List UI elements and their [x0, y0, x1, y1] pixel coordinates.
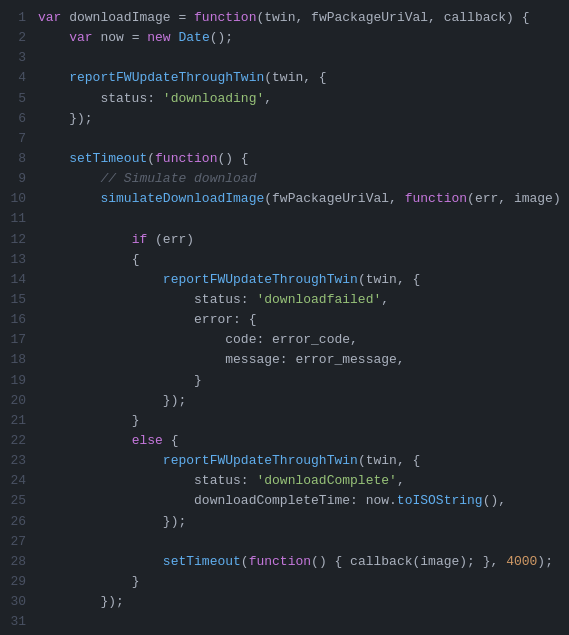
token-plain [38, 433, 132, 448]
line-number: 1 [10, 8, 26, 28]
code-line: }); [38, 592, 569, 612]
token-punct: (twin, { [358, 272, 420, 287]
token-plain [38, 574, 132, 589]
code-editor: 1234567891011121314151617181920212223242… [0, 0, 569, 635]
token-punct: (err) [155, 232, 194, 247]
token-plain [38, 70, 69, 85]
line-number: 15 [10, 290, 26, 310]
token-plain: status: [38, 473, 256, 488]
token-punct: () { [217, 151, 248, 166]
token-plain [38, 151, 69, 166]
token-fn: Date [178, 30, 209, 45]
token-punct: }); [163, 514, 186, 529]
line-number: 20 [10, 391, 26, 411]
token-plain: message: error_message, [38, 352, 405, 367]
token-punct: , [264, 91, 272, 106]
token-fn: reportFWUpdateThroughTwin [163, 453, 358, 468]
code-line: reportFWUpdateThroughTwin(twin, { [38, 451, 569, 471]
code-line: } [38, 572, 569, 592]
code-line [38, 209, 569, 229]
token-fn: setTimeout [69, 151, 147, 166]
token-punct: ); [537, 554, 553, 569]
line-number: 14 [10, 270, 26, 290]
token-plain: status: [38, 91, 163, 106]
token-kw: function [249, 554, 311, 569]
token-kw: function [155, 151, 217, 166]
token-punct: (err, image) { [467, 191, 569, 206]
code-line [38, 612, 569, 632]
token-str: 'downloadComplete' [256, 473, 396, 488]
line-number: 5 [10, 89, 26, 109]
token-punct: }); [100, 594, 123, 609]
token-punct: }); [163, 393, 186, 408]
token-plain [38, 393, 163, 408]
token-str: 'downloadfailed' [256, 292, 381, 307]
token-kw: function [194, 10, 256, 25]
token-num: 4000 [506, 554, 537, 569]
code-line: status: 'downloading', [38, 89, 569, 109]
code-line: code: error_code, [38, 330, 569, 350]
code-line: else { [38, 431, 569, 451]
token-punct: (); [210, 30, 233, 45]
token-punct: (twin, fwPackageUriVal, callback) { [256, 10, 529, 25]
line-number: 25 [10, 491, 26, 511]
line-number: 11 [10, 209, 26, 229]
token-plain [38, 171, 100, 186]
token-plain [38, 514, 163, 529]
line-number: 9 [10, 169, 26, 189]
token-fn: reportFWUpdateThroughTwin [69, 70, 264, 85]
code-line: error: { [38, 310, 569, 330]
code-line: // Simulate download [38, 169, 569, 189]
token-plain [38, 413, 132, 428]
line-number: 3 [10, 48, 26, 68]
token-punct: } [194, 373, 202, 388]
code-lines: var downloadImage = function(twin, fwPac… [38, 8, 569, 635]
token-punct: { [132, 252, 140, 267]
token-kw: var [69, 30, 100, 45]
line-number: 7 [10, 129, 26, 149]
token-punct: (fwPackageUriVal, [264, 191, 404, 206]
line-number: 8 [10, 149, 26, 169]
code-line: message: error_message, [38, 350, 569, 370]
token-punct: (twin, { [264, 70, 326, 85]
line-number: 4 [10, 68, 26, 88]
line-number: 16 [10, 310, 26, 330]
token-kw: else [132, 433, 171, 448]
code-line: }); [38, 109, 569, 129]
token-comment: // Simulate download [100, 171, 256, 186]
line-number: 26 [10, 512, 26, 532]
code-line: status: 'downloadComplete', [38, 471, 569, 491]
code-line [38, 48, 569, 68]
code-line: reportFWUpdateThroughTwin(twin, { [38, 68, 569, 88]
token-plain [38, 554, 163, 569]
line-numbers: 1234567891011121314151617181920212223242… [0, 8, 38, 635]
code-line: }); [38, 391, 569, 411]
token-punct: (twin, { [358, 453, 420, 468]
token-plain [38, 30, 69, 45]
token-plain: downloadImage [69, 10, 178, 25]
token-plain [38, 232, 132, 247]
code-line: reportFWUpdateThroughTwin(twin, { [38, 270, 569, 290]
token-plain [38, 272, 163, 287]
token-punct: ( [147, 151, 155, 166]
line-number: 31 [10, 612, 26, 632]
line-number: 24 [10, 471, 26, 491]
token-plain: error: { [38, 312, 256, 327]
token-punct: (), [483, 493, 506, 508]
line-number: 21 [10, 411, 26, 431]
token-fn: reportFWUpdateThroughTwin [163, 272, 358, 287]
token-fn: simulateDownloadImage [100, 191, 264, 206]
line-number: 23 [10, 451, 26, 471]
code-line: var downloadImage = function(twin, fwPac… [38, 8, 569, 28]
token-plain: status: [38, 292, 256, 307]
token-plain: downloadCompleteTime: now. [38, 493, 397, 508]
token-punct: = [178, 10, 194, 25]
token-plain [38, 453, 163, 468]
code-line [38, 532, 569, 552]
code-line: downloadCompleteTime: now.toISOString(), [38, 491, 569, 511]
token-kw: new [147, 30, 178, 45]
code-line: } [38, 371, 569, 391]
line-number: 27 [10, 532, 26, 552]
token-plain [38, 111, 69, 126]
line-number: 12 [10, 230, 26, 250]
